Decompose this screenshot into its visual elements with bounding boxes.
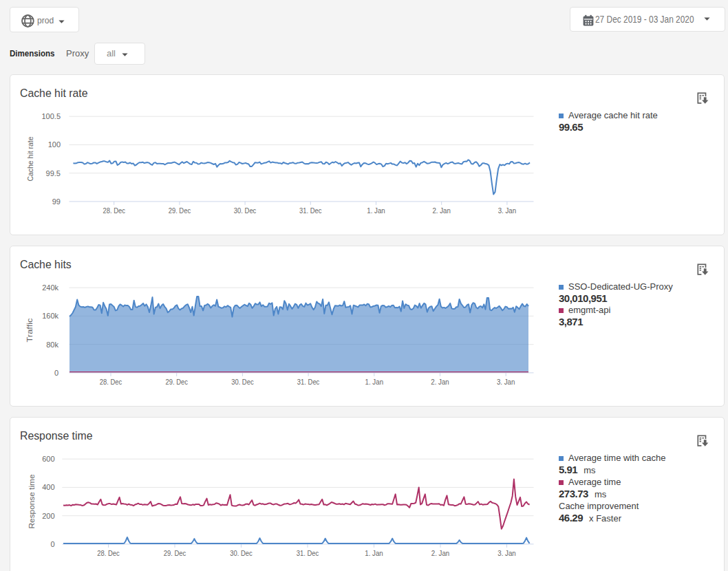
svg-text:30. Dec: 30. Dec [234,206,257,215]
svg-text:80k: 80k [46,341,58,349]
svg-text:200: 200 [42,512,54,520]
svg-text:3. Jan: 3. Jan [498,206,517,215]
svg-text:0: 0 [50,540,54,548]
svg-text:28. Dec: 28. Dec [100,378,122,386]
svg-text:100.5: 100.5 [41,112,61,120]
svg-text:28. Dec: 28. Dec [97,549,120,557]
svg-text:31. Dec: 31. Dec [299,206,322,215]
svg-text:2. Jan: 2. Jan [431,549,450,557]
svg-text:400: 400 [42,483,54,491]
svg-text:240k: 240k [42,283,58,292]
svg-text:100: 100 [48,140,61,149]
svg-text:28. Dec: 28. Dec [103,206,125,215]
svg-text:30. Dec: 30. Dec [231,378,254,386]
svg-text:30. Dec: 30. Dec [230,549,253,557]
svg-text:160k: 160k [42,312,58,320]
svg-text:1. Jan: 1. Jan [365,549,383,557]
svg-text:1. Jan: 1. Jan [365,378,384,386]
svg-text:31. Dec: 31. Dec [297,378,320,386]
svg-text:2. Jan: 2. Jan [431,378,449,386]
svg-text:Cache hit rate: Cache hit rate [26,137,34,182]
svg-text:31. Dec: 31. Dec [297,549,319,557]
svg-text:Traffic: Traffic [25,318,34,343]
svg-text:29. Dec: 29. Dec [164,549,186,557]
svg-text:29. Dec: 29. Dec [165,378,188,386]
svg-text:Response time: Response time [28,475,36,529]
svg-text:99.5: 99.5 [46,169,61,177]
svg-text:3. Jan: 3. Jan [497,378,515,386]
svg-text:600: 600 [42,455,54,463]
svg-text:29. Dec: 29. Dec [169,206,191,215]
svg-text:2. Jan: 2. Jan [432,206,451,215]
svg-text:3. Jan: 3. Jan [497,549,516,557]
svg-text:99: 99 [52,197,61,206]
svg-text:1. Jan: 1. Jan [367,206,385,215]
svg-text:0: 0 [54,369,58,377]
